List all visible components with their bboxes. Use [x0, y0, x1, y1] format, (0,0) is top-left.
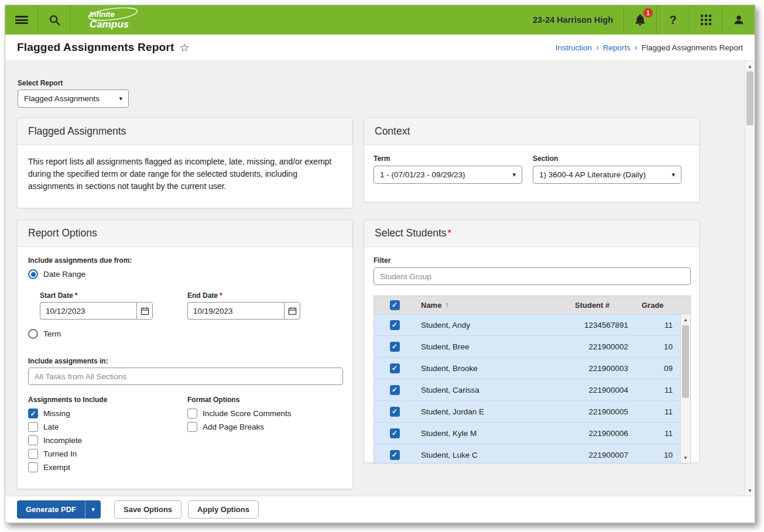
term-label: Term — [374, 155, 390, 163]
student-row[interactable]: ✓ Student, Carissa 221900004 11 — [374, 379, 681, 401]
scroll-down-arrow-icon[interactable]: ▼ — [681, 453, 690, 462]
checkbox-add-page-breaks[interactable]: ✓ Add Page Breaks — [187, 422, 264, 432]
chevron-down-icon: ▾ — [666, 171, 675, 179]
checkbox-late[interactable]: ✓ Late — [28, 422, 59, 432]
favorite-star-icon[interactable]: ☆ — [179, 42, 189, 53]
start-date-calendar-button[interactable] — [136, 302, 153, 320]
section-value: 1) 3600-4 AP Literature (Daily) — [539, 170, 646, 179]
generate-pdf-button[interactable]: Generate PDF — [17, 500, 85, 519]
logo-text-bottom: Campus — [90, 19, 129, 30]
student-row[interactable]: ✓ Student, Andy 1234567891 11 — [374, 314, 681, 336]
end-date-calendar-button[interactable] — [284, 302, 300, 320]
student-name: Student, Carissa — [415, 386, 570, 394]
radio-icon — [28, 269, 38, 279]
row-checkbox[interactable]: ✓ — [390, 342, 400, 352]
checkbox-icon: ✓ — [187, 409, 197, 418]
student-row[interactable]: ✓ Student, Luke C 221900007 10 — [374, 444, 681, 464]
context-card-header: Context — [364, 118, 699, 145]
row-checkbox[interactable]: ✓ — [390, 407, 400, 417]
section-label: Section — [533, 155, 558, 163]
student-row[interactable]: ✓ Student, Kyle M 221900006 11 — [374, 423, 681, 444]
flagged-assignments-description: This report lists all assignments flagge… — [18, 145, 352, 193]
end-date-input[interactable] — [187, 302, 284, 320]
radio-icon — [28, 329, 38, 339]
scroll-up-arrow-icon[interactable]: ▲ — [681, 315, 690, 324]
breadcrumb: Instruction › Reports › Flagged Assignme… — [556, 43, 743, 52]
select-all-checkbox[interactable]: ✓ — [390, 300, 400, 310]
chevron-down-icon: ▾ — [506, 171, 516, 179]
row-checkbox[interactable]: ✓ — [390, 385, 400, 395]
row-checkbox[interactable]: ✓ — [390, 363, 400, 373]
scrollbar-thumb[interactable] — [682, 325, 689, 398]
date-range-radio[interactable]: Date Range — [28, 269, 85, 279]
generate-pdf-dropdown-button[interactable]: ▾ — [85, 500, 101, 519]
check-icon: ✓ — [392, 430, 398, 437]
topbar: Infinite Campus 23-24 Harrison High 1 ? — [5, 5, 755, 35]
chevron-down-icon: ▾ — [91, 506, 95, 513]
checkbox-exempt[interactable]: ✓ Exempt — [28, 462, 70, 472]
breadcrumb-instruction[interactable]: Instruction — [556, 43, 592, 52]
student-number: 1234567891 — [570, 321, 635, 330]
menu-icon — [15, 15, 28, 26]
breadcrumb-reports[interactable]: Reports — [603, 43, 631, 52]
row-checkbox[interactable]: ✓ — [390, 320, 400, 330]
term-dropdown[interactable]: 1 - (07/01/23 - 09/29/23) ▾ — [374, 166, 522, 184]
term-radio[interactable]: Term — [28, 329, 61, 339]
check-icon: ✓ — [392, 408, 398, 415]
checkbox-icon: ✓ — [28, 449, 38, 459]
checkbox-turned-in[interactable]: ✓ Turned In — [28, 449, 77, 459]
student-grade: 09 — [635, 364, 681, 373]
student-row[interactable]: ✓ Student, Bree 221900002 10 — [374, 336, 681, 358]
user-menu-button[interactable] — [722, 5, 755, 35]
student-number: 221900007 — [570, 451, 635, 459]
student-name: Student, Bree — [415, 342, 570, 351]
row-checkbox[interactable]: ✓ — [390, 450, 400, 460]
check-icon: ✓ — [392, 365, 398, 372]
column-header-name[interactable]: Name ↑ — [415, 301, 570, 310]
student-row[interactable]: ✓ Student, Brooke 221900003 09 — [374, 358, 681, 379]
infinite-campus-logo[interactable]: Infinite Campus — [71, 5, 147, 35]
check-icon: ✓ — [392, 343, 398, 350]
app-switcher-button[interactable] — [690, 5, 722, 35]
notifications-button[interactable]: 1 — [624, 5, 656, 35]
scroll-down-arrow-icon[interactable]: ▼ — [745, 486, 755, 495]
save-options-button[interactable]: Save Options — [114, 500, 181, 519]
section-dropdown[interactable]: 1) 3600-4 AP Literature (Daily) ▾ — [533, 166, 681, 184]
student-filter-input[interactable] — [374, 267, 691, 285]
scrollbar-thumb[interactable] — [746, 71, 753, 125]
content-area: Select Report Flagged Assignments ▾ Flag… — [5, 61, 755, 496]
report-select-value: Flagged Assignments — [24, 94, 100, 103]
topbar-spacer — [147, 5, 522, 35]
required-asterisk: * — [75, 291, 78, 300]
students-table-scrollbar[interactable]: ▲ ▼ — [680, 314, 690, 463]
start-date-input[interactable] — [40, 302, 136, 320]
row-checkbox[interactable]: ✓ — [390, 428, 400, 438]
column-header-grade[interactable]: Grade — [635, 301, 681, 310]
check-icon: ✓ — [392, 321, 398, 328]
column-header-student-number[interactable]: Student # — [570, 301, 635, 310]
student-grade: 11 — [635, 321, 681, 330]
checkbox-include-score-comments[interactable]: ✓ Include Score Comments — [187, 409, 292, 418]
search-button[interactable] — [38, 5, 70, 35]
logo-text-top: Infinite — [90, 10, 115, 19]
report-select-dropdown[interactable]: Flagged Assignments ▾ — [18, 90, 129, 108]
checkbox-incomplete[interactable]: ✓ Incomplete — [28, 435, 82, 445]
student-row[interactable]: ✓ Student, Jordan E 221900005 11 — [374, 401, 681, 423]
student-number: 221900002 — [570, 342, 635, 351]
report-options-card-header: Report Options — [18, 220, 352, 247]
apply-options-button[interactable]: Apply Options — [188, 500, 259, 519]
breadcrumb-separator-icon: › — [596, 43, 599, 52]
checkbox-missing[interactable]: ✓ Missing — [28, 409, 70, 418]
search-icon — [48, 13, 61, 26]
menu-button[interactable] — [5, 5, 37, 35]
student-name: Student, Luke C — [415, 451, 570, 459]
help-button[interactable]: ? — [657, 5, 689, 35]
scroll-up-arrow-icon[interactable]: ▲ — [745, 61, 755, 71]
page-scrollbar[interactable]: ▲ ▼ — [745, 61, 755, 496]
context-card-title: Context — [375, 125, 410, 138]
student-grade: 11 — [635, 407, 681, 416]
report-options-card-title: Report Options — [28, 227, 97, 239]
include-in-input[interactable] — [28, 368, 343, 385]
checkbox-icon: ✓ — [187, 422, 197, 432]
start-date-group — [40, 302, 153, 320]
